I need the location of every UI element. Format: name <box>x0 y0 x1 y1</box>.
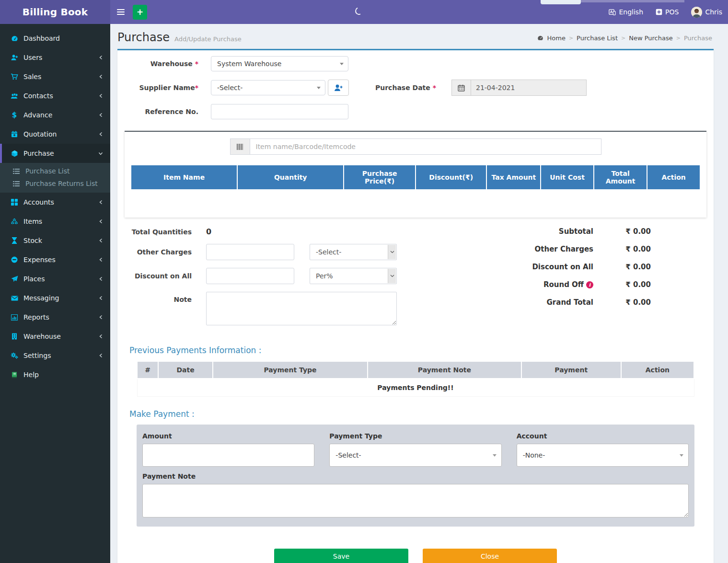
column-payment-type: Payment Type <box>213 361 368 379</box>
sidebar-item-advance[interactable]: $ Advance <box>0 105 110 125</box>
cart-icon <box>9 73 20 80</box>
envelope-icon <box>9 296 20 301</box>
close-button[interactable]: Close <box>423 549 557 563</box>
user-menu[interactable]: Chris <box>691 7 722 18</box>
discount-total-row: Discount on All ₹ 0.00 <box>505 263 651 271</box>
sidebar-item-accounts[interactable]: Accounts <box>0 193 110 212</box>
other-charges-select[interactable]: -Select- <box>310 244 397 260</box>
breadcrumb-home[interactable]: Home <box>547 34 565 42</box>
amount-input[interactable] <box>142 444 314 467</box>
reference-input[interactable] <box>211 104 348 119</box>
discount-on-all-input[interactable] <box>206 268 294 284</box>
sidebar-item-expenses[interactable]: Expenses <box>0 250 110 269</box>
items-panel: Item Name Quantity Purchase Price(₹) Dis… <box>125 131 706 218</box>
dashboard-icon <box>9 35 20 42</box>
chevron-left-icon <box>99 296 103 300</box>
add-supplier-button[interactable] <box>328 80 349 96</box>
warehouse-select[interactable]: System Warehouse <box>211 56 348 71</box>
content-wrapper: Purchase Add/Update Purchase Home > Purc… <box>110 24 728 563</box>
calendar-plus-icon <box>9 131 20 138</box>
sidebar-item-places[interactable]: Places <box>0 269 110 288</box>
language-label: English <box>619 8 643 16</box>
purchase-form-card: Warehouse * System Warehouse Supplier Na… <box>117 49 714 563</box>
select-caret-icon <box>680 454 683 457</box>
discount-type-select[interactable]: Per% <box>310 268 397 284</box>
column-payment-note: Payment Note <box>368 361 521 379</box>
chevron-left-icon <box>99 74 103 79</box>
amount-label: Amount <box>142 432 314 440</box>
app-logo[interactable]: Billing Book <box>0 0 110 24</box>
cubes-icon <box>9 218 20 225</box>
breadcrumb-separator: > <box>569 35 573 41</box>
page-subtitle: Add/Update Purchase <box>174 35 242 43</box>
quick-add-button[interactable]: + <box>133 5 147 20</box>
grand-total-label: Grand Total <box>547 298 593 307</box>
subtotal-label: Subtotal <box>559 227 593 236</box>
make-payment-panel: Amount Payment Type -Select- Account -No… <box>137 425 694 527</box>
payments-pending-message: Payments Pending!! <box>137 379 694 397</box>
required-asterisk: * <box>433 84 436 92</box>
sidebar-item-help[interactable]: Help <box>0 365 110 384</box>
sidebar-item-items[interactable]: Items <box>0 212 110 231</box>
round-off-label: Round Offi <box>543 280 593 289</box>
save-button[interactable]: Save <box>274 549 408 563</box>
column-tax-amount: Tax Amount <box>486 165 541 190</box>
list-icon <box>12 181 21 186</box>
sidebar-item-settings[interactable]: Settings <box>0 346 110 365</box>
sidebar-item-purchase-list[interactable]: Purchase List <box>0 165 110 177</box>
home-dashboard-icon <box>537 35 543 41</box>
breadcrumb: Home > Purchase List > New Purchase > Pu… <box>537 34 712 42</box>
supplier-date-row: Supplier Name* -Select- Purchase Date * <box>125 80 706 96</box>
subtotal-row: Subtotal ₹ 0.00 <box>505 227 651 236</box>
info-icon[interactable]: i <box>586 281 593 288</box>
chevron-left-icon <box>99 55 103 60</box>
breadcrumb-new-purchase[interactable]: New Purchase <box>629 34 673 42</box>
account-select[interactable]: -None- <box>517 444 689 467</box>
sidebar-item-dashboard[interactable]: Dashboard <box>0 29 110 48</box>
payment-type-select[interactable]: -Select- <box>329 444 501 467</box>
note-textarea[interactable] <box>206 292 397 325</box>
sidebar-item-quotation[interactable]: Quotation <box>0 125 110 144</box>
language-menu[interactable]: English <box>609 8 643 16</box>
sidebar-item-sales[interactable]: Sales <box>0 67 110 86</box>
minus-circle-icon <box>9 256 20 263</box>
other-charges-input[interactable] <box>206 244 294 260</box>
user-plus-icon <box>334 84 343 92</box>
other-charges-total-row: Other Charges ₹ 0.00 <box>505 245 651 253</box>
column-unit-cost: Unit Cost <box>541 165 593 190</box>
user-plus-icon <box>9 54 20 61</box>
payment-note-textarea[interactable] <box>142 484 689 517</box>
round-off-value: ₹ 0.00 <box>593 280 651 289</box>
pos-menu[interactable]: POS <box>656 8 679 16</box>
sidebar-item-warehouse[interactable]: Warehouse <box>0 327 110 346</box>
breadcrumb-purchase-list[interactable]: Purchase List <box>577 34 618 42</box>
item-search-input[interactable] <box>250 138 601 155</box>
navbar-body: + English POS Chris <box>110 0 728 24</box>
amount-field-group: Amount <box>142 430 314 467</box>
purchase-date-input[interactable] <box>471 80 587 96</box>
sidebar-item-contacts[interactable]: Contacts <box>0 86 110 105</box>
sidebar-item-messaging[interactable]: Messaging <box>0 288 110 308</box>
sidebar-item-purchase-returns-list[interactable]: Purchase Returns List <box>0 177 110 190</box>
discount-on-all-label: Discount on All <box>125 272 206 280</box>
chevron-left-icon <box>99 257 103 262</box>
other-charges-row: Other Charges -Select- <box>125 244 422 260</box>
chevron-left-icon <box>99 93 103 98</box>
round-off-row: Round Offi ₹ 0.00 <box>505 280 651 289</box>
sidebar-toggle-button[interactable] <box>110 0 131 24</box>
supplier-select[interactable]: -Select- <box>211 80 325 95</box>
sidebar-item-purchase[interactable]: Purchase <box>0 144 110 163</box>
purchase-submenu: Purchase List Purchase Returns List <box>0 163 110 193</box>
discount-total-value: ₹ 0.00 <box>593 263 651 271</box>
sidebar-item-users[interactable]: Users <box>0 48 110 67</box>
previous-payments-title: Previous Payments Information : <box>129 345 702 355</box>
total-quantities-value: 0 <box>206 227 211 236</box>
sidebar-item-stock[interactable]: Stock <box>0 231 110 250</box>
select-caret-icon <box>493 454 497 457</box>
sidebar-item-reports[interactable]: Reports <box>0 308 110 327</box>
gears-icon <box>9 352 20 359</box>
grand-total-value: ₹ 0.00 <box>593 298 651 307</box>
other-charges-total-value: ₹ 0.00 <box>593 245 651 253</box>
building-icon <box>9 333 20 340</box>
totals-right-column: Subtotal ₹ 0.00 Other Charges ₹ 0.00 Dis… <box>505 227 706 333</box>
